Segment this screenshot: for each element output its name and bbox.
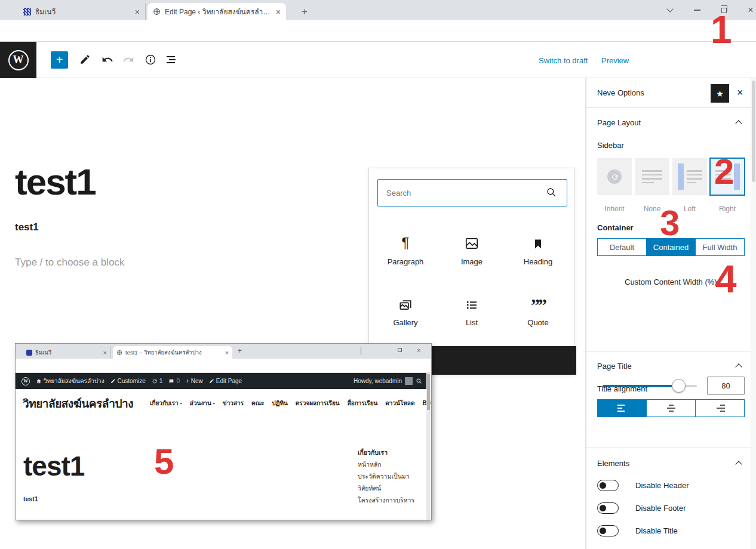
mini-new-tab-button[interactable]: + (238, 347, 242, 355)
mini-nav-item[interactable]: ส่วนงาน - (190, 399, 215, 408)
post-title[interactable]: test1 (15, 161, 96, 203)
paragraph-block[interactable]: test1 (15, 221, 39, 233)
tab-close-icon[interactable]: × (135, 7, 140, 17)
section-page-title[interactable]: Page Title (597, 362, 632, 371)
annotation-2: 2 (714, 154, 734, 190)
mini-window-restore-button[interactable] (398, 348, 402, 352)
annotation-5: 5 (154, 444, 174, 480)
section-elements[interactable]: Elements (597, 459, 629, 468)
block-search-input[interactable] (377, 179, 567, 206)
mini-window-close-button[interactable]: × (417, 347, 420, 354)
section-page-layout[interactable]: Page Layout (597, 118, 641, 127)
mini-sidebar-widget: เกี่ยวกับเรา หน้าหลัก ประวัติความเป็นมา … (358, 446, 425, 506)
mini-scrollbar[interactable] (426, 373, 431, 520)
mini-widget-link[interactable]: หน้าหลัก (358, 458, 425, 470)
image-icon (438, 231, 506, 251)
mini-widget-link[interactable]: โครงสร้างการบริหาร (358, 494, 425, 506)
empty-block-placeholder[interactable]: Type / to choose a block (15, 257, 124, 269)
mini-adminbar-edit-page[interactable]: Edit Page (209, 378, 242, 384)
content-width-slider-rest (686, 385, 697, 387)
tab-close-icon[interactable]: × (276, 7, 281, 17)
block-type-gallery[interactable]: Gallery (371, 292, 440, 327)
annotation-1: 1 (711, 11, 732, 49)
mini-widget-link[interactable]: วิสัยทัศน์ (358, 482, 425, 494)
mini-nav-item[interactable]: ปฏิทิน (272, 399, 288, 408)
undo-icon[interactable] (102, 54, 113, 66)
sidebar-option-inherit[interactable] (597, 158, 632, 195)
tab-edit-page[interactable]: Edit Page ‹ วิทยาลัยสงฆ์นครลำปาง — × (147, 3, 286, 20)
align-right-icon (715, 405, 725, 412)
mini-page-body: test1 (23, 495, 38, 502)
mini-adminbar-updates[interactable]: 1 (152, 378, 163, 384)
disable-title-toggle[interactable] (597, 525, 619, 536)
mini-nav-item[interactable]: ข่าวสาร (223, 399, 244, 408)
mini-admin-bar: W วิทยาลัยสงฆ์นครลำปาง Customize 1 0 +Ne… (16, 373, 428, 389)
collapse-chevron-icon[interactable] (735, 120, 742, 127)
mini-nav-item[interactable]: ตรวจผลการเรียน (296, 399, 340, 408)
window-minimize-button[interactable] (692, 5, 702, 16)
mini-admin-search-icon[interactable] (416, 378, 422, 384)
mini-widget-link[interactable]: ประวัติความเป็นมา (358, 470, 425, 482)
annotation-3: 3 (660, 205, 680, 241)
block-type-image[interactable]: Image (438, 231, 506, 266)
mini-nav-item[interactable]: สื่อการเรียน (348, 399, 378, 408)
panel-header: Neve Options ★ × (586, 78, 756, 108)
mini-nav-item[interactable]: คณะ (251, 399, 264, 408)
container-option-default[interactable]: Default (598, 239, 646, 255)
details-info-icon[interactable] (145, 54, 156, 66)
mini-window-chevron-icon[interactable] (361, 347, 361, 354)
block-inserter-button[interactable]: + (51, 51, 68, 69)
window-close-button[interactable]: × (745, 5, 756, 16)
align-center-button[interactable] (646, 400, 695, 417)
slider-handle[interactable] (672, 379, 686, 393)
collapse-chevron-icon[interactable] (735, 461, 742, 467)
mini-site-nav: เกี่ยวกับเรา - ส่วนงาน - ข่าวสาร คณะ ปฏิ… (150, 399, 432, 408)
block-type-heading[interactable]: Heading (504, 231, 572, 266)
quote-icon: ”” (504, 292, 572, 312)
mini-nav-item[interactable]: ดาวน์โหลด (385, 399, 414, 408)
block-type-list[interactable]: List (438, 292, 506, 327)
disable-footer-toggle[interactable] (597, 502, 619, 514)
collapse-chevron-icon[interactable] (735, 363, 742, 370)
align-right-button[interactable] (695, 400, 744, 417)
container-option-full-width[interactable]: Full Width (695, 239, 744, 255)
edit-mode-pencil-icon[interactable] (79, 54, 91, 65)
preview-link[interactable]: Preview (601, 56, 629, 65)
home-icon (36, 378, 42, 384)
mini-tab-close-icon[interactable]: × (103, 349, 107, 356)
pencil-icon (110, 378, 116, 384)
block-type-quote[interactable]: ”” Quote (504, 292, 572, 327)
switch-to-draft-link[interactable]: Switch to draft (539, 56, 588, 65)
mini-tab-test1[interactable]: test1 – วิทยาลัยสงฆ์นครลำปาง × (113, 346, 232, 359)
sidebar-option-label: Right (710, 205, 745, 213)
mini-adminbar-account[interactable]: Howdy, webadmin (354, 377, 422, 385)
disable-header-toggle[interactable] (597, 480, 619, 491)
sidebar-option-label: Inherit (597, 205, 632, 213)
align-left-button[interactable] (598, 400, 646, 417)
mini-wp-logo[interactable]: W (21, 377, 30, 385)
content-width-input[interactable] (707, 377, 745, 395)
tab-theme-page[interactable]: ธิมเนวี × (18, 3, 146, 20)
browser-tab-bar: ธิมเนวี × Edit Page ‹ วิทยาลัยสงฆ์นครลำป… (0, 0, 756, 20)
mini-adminbar-customize-link[interactable]: Customize (110, 378, 146, 384)
sidebar-option-left[interactable] (672, 158, 707, 195)
mini-adminbar-new[interactable]: +New (186, 378, 203, 384)
new-tab-button[interactable]: + (297, 5, 312, 19)
wordpress-logo[interactable]: W (0, 42, 36, 78)
tab-title: ธิมเนวี (35, 6, 131, 17)
mini-site-title[interactable]: วิทยาลัยสงฆ์นครลำปาง (23, 394, 133, 412)
panel-close-icon[interactable]: × (737, 87, 743, 99)
mini-adminbar-site-link[interactable]: วิทยาลัยสงฆ์นครลำปาง (36, 377, 105, 385)
block-type-paragraph[interactable]: ¶ Paragraph (371, 231, 440, 266)
mini-adminbar-comments[interactable]: 0 (168, 378, 180, 384)
mini-nav-item[interactable]: เกี่ยวกับเรา - (150, 399, 182, 408)
mini-tab-close-icon[interactable]: × (225, 349, 229, 356)
content-width-label: Custom Content Width (%) (625, 277, 717, 286)
globe-favicon (153, 8, 161, 16)
window-chevron-icon[interactable] (665, 5, 675, 16)
sidebar-option-none[interactable] (635, 158, 669, 195)
mini-tab-theme[interactable]: ธิมเนวี × (23, 346, 111, 359)
pin-star-button[interactable]: ★ (711, 84, 729, 103)
panel-scrollbar[interactable] (751, 78, 756, 549)
comments-icon (168, 378, 174, 384)
